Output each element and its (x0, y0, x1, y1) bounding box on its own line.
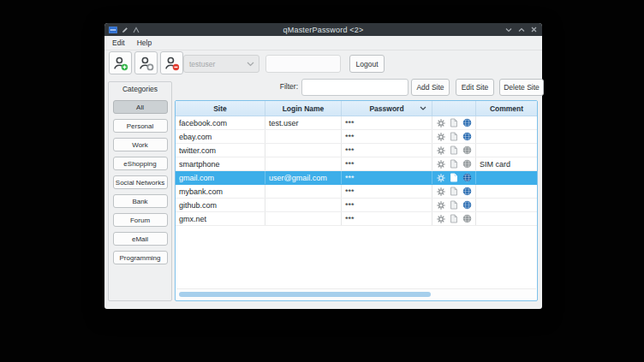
category-button[interactable]: Work (113, 138, 168, 151)
copy-password-icon[interactable] (450, 145, 458, 155)
category-button[interactable]: eMail (113, 232, 168, 246)
comment-cell (476, 212, 537, 225)
delete-user-button[interactable] (160, 51, 183, 74)
actions-cell (432, 171, 476, 184)
settings-icon[interactable] (437, 119, 445, 128)
comment-cell: SIM card (476, 157, 537, 170)
horizontal-scrollbar-thumb[interactable] (179, 292, 431, 297)
user-combobox[interactable]: testuser (183, 55, 259, 73)
open-url-icon[interactable] (462, 118, 472, 128)
master-password-input[interactable] (265, 55, 341, 73)
password-cell: *** (342, 130, 432, 143)
edit-user-button[interactable] (134, 51, 158, 74)
open-url-icon[interactable] (462, 159, 472, 169)
header-login-name[interactable]: Login Name (265, 101, 342, 116)
categories-list: AllPersonalWorkeShoppingSocial NetworksB… (113, 100, 168, 264)
delete-user-icon (164, 56, 180, 71)
table-row[interactable]: github.com *** (176, 199, 537, 212)
site-cell: facebook.com (176, 116, 265, 129)
settings-icon[interactable] (437, 146, 445, 155)
comment-cell (476, 171, 537, 184)
menu-edit[interactable]: Edit (112, 39, 125, 47)
menu-help[interactable]: Help (137, 39, 152, 47)
login-cell (265, 199, 342, 211)
site-cell: mybank.com (176, 185, 265, 198)
copy-password-icon[interactable] (450, 173, 458, 182)
table-row[interactable]: smartphone *** (176, 157, 537, 171)
site-cell: twitter.com (176, 144, 265, 157)
settings-icon[interactable] (437, 201, 445, 210)
login-cell (265, 157, 342, 170)
open-url-icon[interactable] (462, 132, 472, 141)
category-button[interactable]: Bank (113, 194, 168, 208)
category-button[interactable]: Forum (113, 213, 168, 227)
comment-cell (476, 185, 537, 198)
add-site-button[interactable]: Add Site (411, 79, 450, 96)
login-cell: test.user (265, 116, 342, 129)
comment-cell (476, 144, 537, 157)
header-password[interactable]: Password (342, 101, 432, 116)
actions-cell (432, 199, 476, 211)
category-button[interactable]: Programming (113, 251, 168, 264)
maximize-icon[interactable] (518, 27, 525, 33)
header-site[interactable]: Site (176, 101, 265, 116)
copy-password-icon[interactable] (450, 214, 458, 223)
settings-icon[interactable] (437, 174, 445, 182)
table-row[interactable]: facebook.com test.user *** (176, 116, 537, 130)
open-url-icon[interactable] (462, 145, 472, 155)
filter-label: Filter: (272, 82, 298, 91)
minimize-icon[interactable] (505, 27, 512, 33)
open-url-icon[interactable] (462, 187, 472, 196)
login-cell: user@gmail.com (265, 171, 342, 184)
password-cell: *** (342, 185, 432, 198)
login-cell (265, 212, 342, 225)
categories-panel: Categories AllPersonalWorkeShoppingSocia… (108, 81, 172, 301)
login-cell (265, 185, 342, 198)
password-cell: *** (342, 212, 432, 225)
window-title: qMasterPassword <2> (104, 26, 542, 34)
category-button[interactable]: Personal (113, 119, 168, 133)
open-url-icon[interactable] (462, 173, 472, 182)
actions-cell (432, 144, 476, 157)
close-icon[interactable] (531, 27, 537, 33)
settings-icon[interactable] (437, 187, 445, 196)
header-comment[interactable]: Comment (476, 101, 537, 116)
logout-button[interactable]: Logout (349, 55, 385, 73)
open-url-icon[interactable] (462, 200, 472, 210)
table-row[interactable]: gmx.net *** (176, 212, 537, 226)
login-cell (265, 130, 342, 143)
open-url-icon[interactable] (462, 214, 472, 223)
site-cell: gmail.com (176, 171, 265, 184)
table-row[interactable]: twitter.com *** (176, 144, 537, 157)
copy-password-icon[interactable] (450, 159, 458, 169)
category-button[interactable]: All (113, 100, 168, 114)
copy-password-icon[interactable] (450, 200, 458, 210)
site-cell: gmx.net (176, 212, 265, 225)
password-cell: *** (342, 157, 432, 170)
category-button[interactable]: Social Networks (113, 175, 168, 189)
filter-input[interactable] (301, 79, 408, 96)
comment-cell (476, 199, 537, 211)
delete-site-button[interactable]: Delete Site (499, 79, 544, 96)
header-actions[interactable] (432, 101, 476, 116)
horizontal-scrollbar-track[interactable] (176, 288, 536, 300)
menubar: Edit Help (104, 36, 542, 50)
site-cell: github.com (176, 199, 265, 211)
copy-password-icon[interactable] (450, 187, 458, 196)
copy-password-icon[interactable] (450, 118, 458, 128)
titlebar[interactable]: qMasterPassword <2> (104, 23, 542, 36)
settings-icon[interactable] (437, 160, 445, 169)
table-row[interactable]: gmail.com user@gmail.com *** (176, 171, 537, 185)
table-row[interactable]: ebay.com *** (176, 130, 537, 144)
add-user-button[interactable] (109, 51, 132, 74)
settings-icon[interactable] (437, 133, 445, 141)
password-cell: *** (342, 171, 432, 184)
site-cell: smartphone (176, 157, 265, 170)
edit-site-button[interactable]: Edit Site (456, 79, 494, 96)
table-row[interactable]: mybank.com *** (176, 185, 537, 199)
settings-icon[interactable] (437, 215, 445, 223)
category-button[interactable]: eShopping (113, 157, 168, 170)
actions-cell (432, 157, 476, 170)
copy-password-icon[interactable] (450, 132, 458, 141)
actions-cell (432, 185, 476, 198)
